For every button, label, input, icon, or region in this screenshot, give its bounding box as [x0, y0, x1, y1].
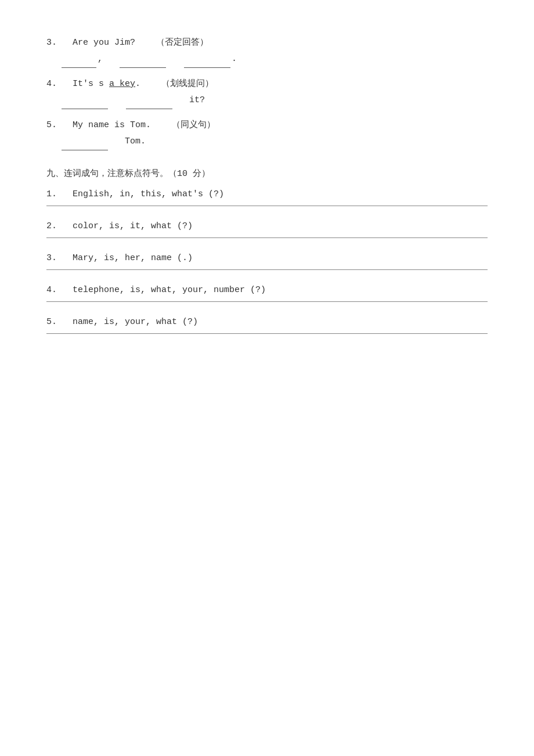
reorder-1-line — [46, 206, 488, 206]
reorder-5-words: name, is, your, what (?) — [73, 317, 198, 327]
question-3-prompt: 3. Are you Jim? （否定回答） — [46, 35, 488, 51]
reorder-5-number: 5. — [46, 317, 57, 327]
q4-blank1[interactable] — [62, 109, 108, 109]
reorder-1-words: English, in, this, what's (?) — [73, 189, 224, 199]
q3-blank1[interactable] — [62, 67, 96, 68]
reorder-2-prompt: 2. color, is, it, what (?) — [46, 218, 488, 235]
question-3: 3. Are you Jim? （否定回答） , . — [46, 35, 488, 68]
question-4: 4. It's s a key. （划线提问） it? — [46, 76, 488, 109]
question-5-prompt: 5. My name is Tom. （同义句） — [46, 117, 488, 133]
q3-text: Are you Jim? — [73, 38, 135, 48]
reorder-3-words: Mary, is, her, name (.) — [73, 253, 193, 263]
q3-number: 3. — [46, 38, 57, 48]
q4-blank2[interactable] — [126, 109, 172, 109]
reorder-3: 3. Mary, is, her, name (.) — [46, 250, 488, 282]
reorder-2: 2. color, is, it, what (?) — [46, 218, 488, 250]
section-eight: 3. Are you Jim? （否定回答） , . 4. It's s a k… — [46, 35, 488, 150]
question-4-prompt: 4. It's s a key. （划线提问） — [46, 76, 488, 92]
q5-blank1[interactable] — [62, 150, 108, 150]
section-nine-header: 九、连词成句，注意标点符号。（10 分） — [46, 168, 488, 179]
reorder-4: 4. telephone, is, what, your, number (?) — [46, 282, 488, 314]
reorder-4-words: telephone, is, what, your, number (?) — [73, 285, 266, 295]
q4-text-pre: It's s — [73, 79, 109, 89]
reorder-5-prompt: 5. name, is, your, what (?) — [46, 314, 488, 331]
section-nine: 九、连词成句，注意标点符号。（10 分） 1. English, in, thi… — [46, 168, 488, 345]
reorder-5: 5. name, is, your, what (?) — [46, 314, 488, 345]
reorder-4-prompt: 4. telephone, is, what, your, number (?) — [46, 282, 488, 299]
q3-answer: , . — [60, 51, 488, 68]
reorder-4-number: 4. — [46, 285, 57, 295]
reorder-1-prompt: 1. English, in, this, what's (?) — [46, 186, 488, 203]
q3-blank3[interactable] — [184, 67, 230, 68]
reorder-1-number: 1. — [46, 189, 57, 199]
question-5: 5. My name is Tom. （同义句） Tom. — [46, 117, 488, 150]
reorder-3-number: 3. — [46, 253, 57, 263]
q4-note: （划线提问） — [161, 79, 214, 89]
q5-note: （同义句） — [172, 120, 215, 130]
reorder-2-words: color, is, it, what (?) — [73, 221, 193, 231]
q5-text: My name is Tom. — [73, 120, 151, 130]
q5-number: 5. — [46, 120, 57, 130]
reorder-2-line — [46, 237, 488, 238]
q5-suffix: Tom. — [125, 136, 146, 146]
q3-blank2[interactable] — [120, 67, 166, 68]
q3-note: （否定回答） — [156, 38, 208, 48]
reorder-2-number: 2. — [46, 221, 57, 231]
q4-suffix: it? — [189, 95, 205, 105]
q4-text-post: . — [135, 79, 140, 89]
reorder-3-line — [46, 269, 488, 270]
q4-answer: it? — [60, 92, 488, 109]
reorder-4-line — [46, 301, 488, 302]
reorder-5-line — [46, 333, 488, 334]
reorder-1: 1. English, in, this, what's (?) — [46, 186, 488, 218]
q5-answer: Tom. — [60, 133, 488, 150]
reorder-3-prompt: 3. Mary, is, her, name (.) — [46, 250, 488, 267]
q4-underlined: a key — [109, 79, 135, 89]
q4-number: 4. — [46, 79, 57, 89]
